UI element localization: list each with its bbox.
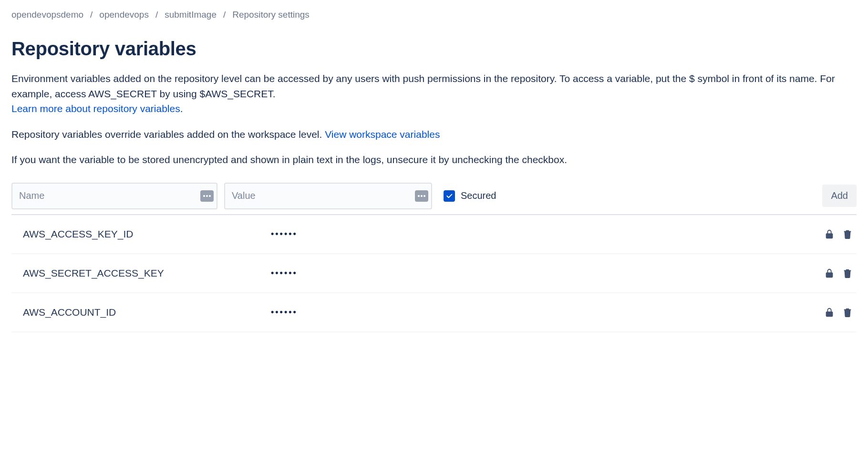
trash-icon[interactable]	[842, 268, 853, 279]
breadcrumb-separator: /	[155, 10, 158, 20]
breadcrumb-item-repo[interactable]: submitImage	[165, 10, 217, 20]
lock-icon[interactable]	[824, 228, 835, 240]
breadcrumb-separator: /	[223, 10, 226, 20]
add-button[interactable]: Add	[822, 185, 857, 207]
secured-label: Secured	[461, 190, 496, 201]
description-2: Repository variables override variables …	[11, 127, 857, 142]
variable-name: AWS_ACCOUNT_ID	[23, 307, 271, 318]
variable-list: AWS_ACCESS_KEY_ID •••••• AWS_SECRET_ACCE…	[11, 215, 857, 332]
variable-row: AWS_SECRET_ACCESS_KEY ••••••	[11, 254, 857, 293]
value-input-wrap	[224, 183, 432, 209]
breadcrumb: opendevopsdemo / opendevops / submitImag…	[11, 10, 857, 20]
ellipsis-icon[interactable]	[415, 190, 428, 202]
check-icon	[445, 192, 453, 200]
variable-name: AWS_SECRET_ACCESS_KEY	[23, 268, 271, 279]
secured-toggle: Secured	[444, 190, 496, 202]
description-3: If you want the variable to be stored un…	[11, 152, 857, 167]
trash-icon[interactable]	[842, 307, 853, 318]
ellipsis-icon[interactable]	[200, 190, 214, 202]
variable-value: ••••••	[271, 307, 824, 317]
learn-more-link[interactable]: Learn more about repository variables	[11, 103, 180, 114]
variable-value: ••••••	[271, 268, 824, 278]
name-input-wrap	[11, 183, 217, 209]
variable-row: AWS_ACCOUNT_ID ••••••	[11, 293, 857, 332]
add-variable-row: Secured Add	[11, 178, 857, 215]
value-input[interactable]	[224, 183, 432, 209]
breadcrumb-item-project[interactable]: opendevops	[99, 10, 149, 20]
secured-checkbox[interactable]	[444, 190, 455, 202]
lock-icon[interactable]	[824, 268, 835, 279]
name-input[interactable]	[11, 183, 217, 209]
lock-icon[interactable]	[824, 307, 835, 318]
page-title: Repository variables	[11, 38, 857, 60]
description-1: Environment variables added on the repos…	[11, 71, 857, 116]
variable-name: AWS_ACCESS_KEY_ID	[23, 228, 271, 240]
breadcrumb-separator: /	[90, 10, 93, 20]
breadcrumb-item-settings[interactable]: Repository settings	[232, 10, 310, 20]
trash-icon[interactable]	[842, 228, 853, 240]
variable-row: AWS_ACCESS_KEY_ID ••••••	[11, 215, 857, 254]
variable-value: ••••••	[271, 229, 824, 239]
breadcrumb-item-workspace[interactable]: opendevopsdemo	[11, 10, 83, 20]
view-workspace-variables-link[interactable]: View workspace variables	[325, 129, 440, 140]
